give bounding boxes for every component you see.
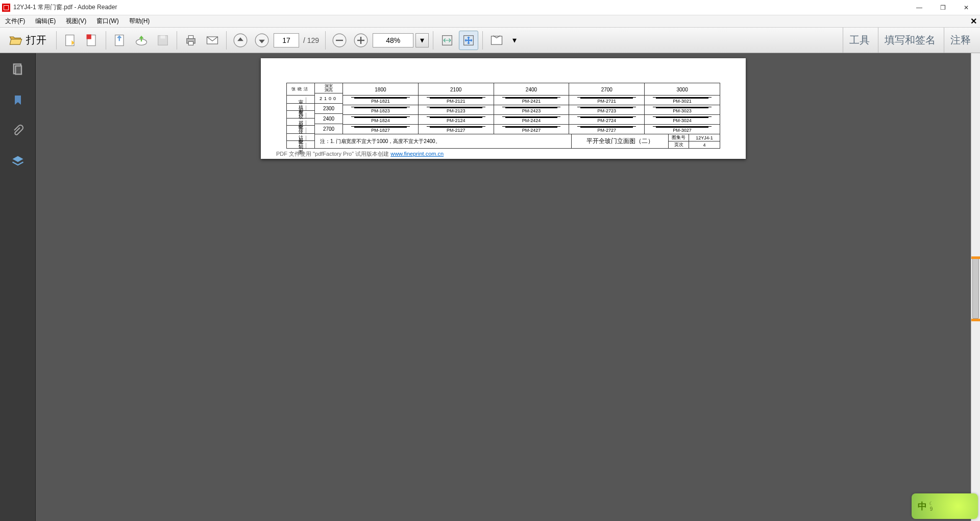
create-pdf-button[interactable] [82,31,102,50]
pdf-icon [2,4,10,12]
door-code: PM-2727 [598,128,617,133]
page-number-input[interactable] [274,33,299,48]
navigation-sidebar [0,53,36,521]
cloud-upload-icon [134,33,149,48]
maximize-button[interactable]: ❐ [931,0,954,15]
svg-rect-17 [360,37,361,44]
door-code: PM-1824 [371,118,390,123]
menu-file[interactable]: 文件(F) [0,17,30,26]
zoom-out-button[interactable] [330,31,349,50]
footer-text: PDF 文件使用 "pdfFactory Pro" 试用版本创建 [276,151,390,157]
arrow-down-icon [255,33,269,48]
comment-button[interactable]: 注释 [944,28,977,53]
menu-edit[interactable]: 编辑(E) [30,17,61,26]
pageno-value: 4 [689,141,720,148]
fit-page-button[interactable] [459,31,478,50]
drawing-note: 注：1. 门扇宽度不宜大于1000，高度不宜大于2400。 [315,134,572,148]
row-header: 2300 [323,106,334,111]
col-header: 1800 [343,83,419,95]
vertical-scrollbar[interactable] [971,53,980,521]
footer-link[interactable]: www.fineprint.com.cn [390,151,444,157]
fill-sign-button[interactable]: 填写和签名 [878,28,942,53]
drawing-footer: 注：1. 门扇宽度不宜大于1000，高度不宜大于2400。 平开全玻门立面图（二… [315,134,720,148]
page-total: / 129 [301,36,321,44]
row-header: 2100 [320,96,338,101]
door-code: PM-2124 [447,118,465,123]
bookmarks-button[interactable] [9,91,27,109]
pdf-factory-footer: PDF 文件使用 "pdfFactory Pro" 试用版本创建 www.fin… [276,150,444,158]
next-page-button[interactable] [252,31,272,50]
scroll-indicator [971,319,980,321]
svg-rect-14 [336,39,343,40]
save-disk-button[interactable] [153,31,173,50]
create-pdf-icon [85,33,99,48]
corner-header: 洞宽 洞高 [315,83,342,93]
minimize-button[interactable]: — [908,0,931,15]
col-header: 2400 [494,83,570,95]
pdf-page: 张晓洁 审 核 刘鹰风 校 对 郝晓丹 设 计 郝晓丹 制 图 洞宽 洞高 21… [261,58,746,159]
read-mode-button[interactable] [487,31,506,50]
door-code: PM-2424 [522,118,541,123]
door-code: PM-3024 [673,118,692,123]
code-value: 12YJ4-1 [689,134,720,141]
ime-widget[interactable]: 中 ☾ 9 [912,493,978,519]
door-code: PM-2423 [522,108,541,113]
col-header: 2700 [569,83,645,95]
drawing-title: 平开全玻门立面图（二） [572,134,669,148]
col-header: 3000 [645,83,720,95]
designer-name: 张晓洁 [291,86,310,92]
ime-number: 9 [930,506,933,512]
svg-rect-20 [492,36,502,44]
fit-width-button[interactable] [437,31,457,50]
page-thumbnails-icon [11,62,25,77]
door-code: PM-2723 [598,108,617,113]
signature-column: 张晓洁 审 核 刘鹰风 校 对 郝晓丹 设 计 郝晓丹 制 图 [287,83,315,148]
door-code: PM-1827 [371,128,390,133]
read-mode-icon [489,33,504,48]
row-header: 2700 [323,126,334,132]
moon-icon: ☾ [929,501,934,506]
bookmark-icon [12,93,24,107]
open-button[interactable]: 打开 [3,31,52,50]
door-code: PM-1823 [371,108,390,113]
open-label: 打开 [26,33,46,47]
upload-button[interactable] [132,31,151,50]
column-header-row: 1800 2100 2400 2700 3000 [343,83,720,96]
layers-button[interactable] [9,152,27,171]
door-code: PM-2721 [598,99,617,104]
menu-help[interactable]: 帮助(H) [124,17,155,26]
scrollbar-thumb[interactable] [972,257,979,319]
door-grid: 1800 2100 2400 2700 3000 PM-1821 PM-2121… [343,83,720,134]
zoom-in-button[interactable] [351,31,371,50]
zoom-dropdown[interactable]: ▾ [415,33,429,48]
door-code: PM-3027 [673,128,692,133]
prev-page-button[interactable] [231,31,250,50]
door-code: PM-2421 [522,99,541,104]
print-button[interactable] [181,31,201,50]
ime-language: 中 [918,500,927,512]
door-code: PM-3023 [673,108,692,113]
thumbnails-button[interactable] [9,60,27,79]
window-title: 12YJ4-1 常用门窗.pdf - Adobe Reader [13,3,117,12]
export-pdf-button[interactable] [61,31,80,50]
printer-icon [184,33,198,48]
row-headers: 洞宽 洞高 2100 2300 2400 2700 [315,83,343,134]
door-code: PM-1821 [371,99,390,104]
scroll-indicator [971,256,980,259]
menu-bar: 文件(F) 编辑(E) 视图(V) 窗口(W) 帮助(H) ✕ [0,15,980,28]
toolbar: 打开 / 129 48% ▾ ▾ 工具 填写和签名 注释 [0,28,980,53]
email-button[interactable] [203,31,222,50]
document-close-button[interactable]: ✕ [970,16,977,26]
col-header: 2100 [419,83,494,95]
menu-view[interactable]: 视图(V) [61,17,91,26]
zoom-level[interactable]: 48% [373,33,413,48]
menu-window[interactable]: 窗口(W) [91,17,124,26]
door-code: PM-2127 [447,128,465,133]
document-viewport[interactable]: 张晓洁 审 核 刘鹰风 校 对 郝晓丹 设 计 郝晓丹 制 图 洞宽 洞高 21… [36,53,971,521]
more-tools-button[interactable]: ▾ [508,31,521,50]
attachments-button[interactable] [9,122,27,140]
door-code: PM-3021 [673,99,692,104]
save-button[interactable] [110,31,130,50]
tools-panel-button[interactable]: 工具 [843,28,876,53]
close-button[interactable]: ✕ [954,0,978,15]
